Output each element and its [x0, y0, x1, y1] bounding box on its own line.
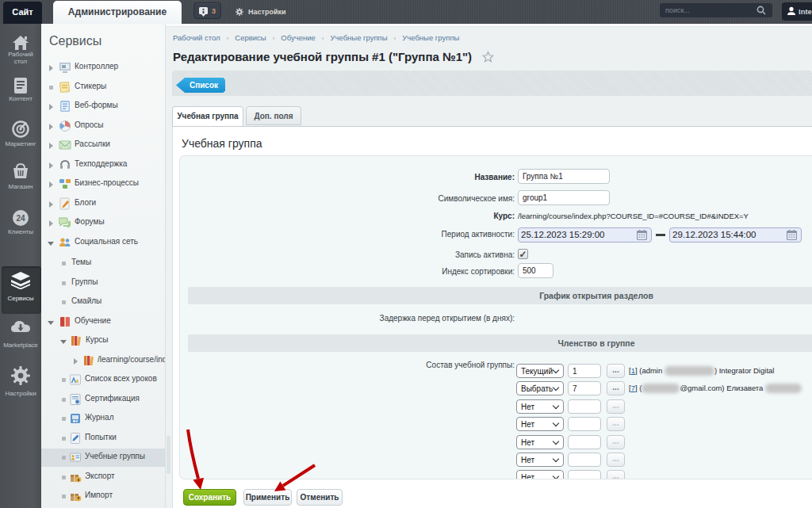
svg-text:24: 24: [16, 214, 25, 223]
